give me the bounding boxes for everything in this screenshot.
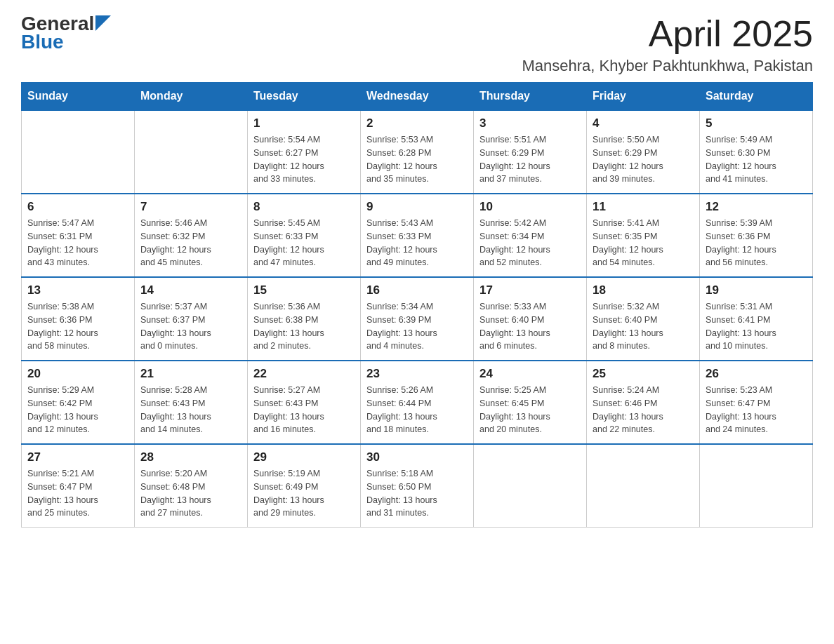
day-info: Sunrise: 5:45 AM Sunset: 6:33 PM Dayligh… (253, 217, 355, 269)
day-cell (474, 444, 587, 528)
day-cell: 16Sunrise: 5:34 AM Sunset: 6:39 PM Dayli… (361, 277, 474, 361)
day-cell: 12Sunrise: 5:39 AM Sunset: 6:36 PM Dayli… (700, 194, 813, 277)
day-cell: 17Sunrise: 5:33 AM Sunset: 6:40 PM Dayli… (474, 277, 587, 361)
logo-triangle-icon (95, 15, 111, 31)
day-cell: 19Sunrise: 5:31 AM Sunset: 6:41 PM Dayli… (700, 277, 813, 361)
day-number: 11 (593, 200, 694, 214)
weekday-header-row: SundayMondayTuesdayWednesdayThursdayFrid… (22, 83, 813, 111)
day-cell: 4Sunrise: 5:50 AM Sunset: 6:29 PM Daylig… (587, 110, 700, 194)
logo-blue-text: Blue (21, 32, 64, 52)
day-info: Sunrise: 5:43 AM Sunset: 6:33 PM Dayligh… (366, 217, 468, 269)
day-cell: 29Sunrise: 5:19 AM Sunset: 6:49 PM Dayli… (248, 444, 361, 528)
day-cell: 11Sunrise: 5:41 AM Sunset: 6:35 PM Dayli… (587, 194, 700, 277)
day-info: Sunrise: 5:25 AM Sunset: 6:45 PM Dayligh… (479, 384, 581, 436)
day-number: 26 (706, 367, 807, 381)
day-info: Sunrise: 5:53 AM Sunset: 6:28 PM Dayligh… (366, 133, 468, 186)
day-info: Sunrise: 5:39 AM Sunset: 6:36 PM Dayligh… (706, 217, 807, 269)
day-number: 13 (27, 283, 128, 297)
day-info: Sunrise: 5:29 AM Sunset: 6:42 PM Dayligh… (27, 384, 128, 436)
day-number: 22 (253, 367, 355, 381)
day-cell: 14Sunrise: 5:37 AM Sunset: 6:37 PM Dayli… (135, 277, 248, 361)
day-cell: 8Sunrise: 5:45 AM Sunset: 6:33 PM Daylig… (248, 194, 361, 277)
day-cell (135, 110, 248, 194)
day-info: Sunrise: 5:28 AM Sunset: 6:43 PM Dayligh… (140, 384, 241, 436)
day-cell: 2Sunrise: 5:53 AM Sunset: 6:28 PM Daylig… (361, 110, 474, 194)
day-cell: 21Sunrise: 5:28 AM Sunset: 6:43 PM Dayli… (135, 361, 248, 444)
day-cell: 7Sunrise: 5:46 AM Sunset: 6:32 PM Daylig… (135, 194, 248, 277)
weekday-header-saturday: Saturday (700, 83, 813, 111)
day-cell: 6Sunrise: 5:47 AM Sunset: 6:31 PM Daylig… (22, 194, 135, 277)
day-number: 19 (706, 283, 807, 297)
day-info: Sunrise: 5:20 AM Sunset: 6:48 PM Dayligh… (140, 467, 241, 520)
day-number: 14 (140, 283, 241, 297)
day-cell: 24Sunrise: 5:25 AM Sunset: 6:45 PM Dayli… (474, 361, 587, 444)
day-number: 1 (253, 116, 355, 130)
day-number: 27 (27, 450, 128, 464)
day-cell (587, 444, 700, 528)
week-row-2: 6Sunrise: 5:47 AM Sunset: 6:31 PM Daylig… (22, 194, 813, 277)
day-cell: 3Sunrise: 5:51 AM Sunset: 6:29 PM Daylig… (474, 110, 587, 194)
day-number: 10 (479, 200, 581, 214)
weekday-header-sunday: Sunday (22, 83, 135, 111)
calendar-table: SundayMondayTuesdayWednesdayThursdayFrid… (21, 82, 813, 528)
day-cell: 27Sunrise: 5:21 AM Sunset: 6:47 PM Dayli… (22, 444, 135, 528)
day-number: 16 (366, 283, 468, 297)
title-block: April 2025 Mansehra, Khyber Pakhtunkhwa,… (522, 14, 813, 75)
day-cell: 1Sunrise: 5:54 AM Sunset: 6:27 PM Daylig… (248, 110, 361, 194)
day-cell: 10Sunrise: 5:42 AM Sunset: 6:34 PM Dayli… (474, 194, 587, 277)
day-info: Sunrise: 5:41 AM Sunset: 6:35 PM Dayligh… (593, 217, 694, 269)
day-cell: 23Sunrise: 5:26 AM Sunset: 6:44 PM Dayli… (361, 361, 474, 444)
day-cell (22, 110, 135, 194)
day-cell: 5Sunrise: 5:49 AM Sunset: 6:30 PM Daylig… (700, 110, 813, 194)
day-info: Sunrise: 5:33 AM Sunset: 6:40 PM Dayligh… (479, 300, 581, 353)
day-info: Sunrise: 5:36 AM Sunset: 6:38 PM Dayligh… (253, 300, 355, 353)
day-cell: 18Sunrise: 5:32 AM Sunset: 6:40 PM Dayli… (587, 277, 700, 361)
day-info: Sunrise: 5:32 AM Sunset: 6:40 PM Dayligh… (593, 300, 694, 353)
page-header: General Blue April 2025 Mansehra, Khyber… (21, 14, 813, 75)
day-info: Sunrise: 5:18 AM Sunset: 6:50 PM Dayligh… (366, 467, 468, 520)
day-cell: 20Sunrise: 5:29 AM Sunset: 6:42 PM Dayli… (22, 361, 135, 444)
day-number: 8 (253, 200, 355, 214)
day-number: 23 (366, 367, 468, 381)
day-cell: 22Sunrise: 5:27 AM Sunset: 6:43 PM Dayli… (248, 361, 361, 444)
month-title: April 2025 (522, 14, 813, 54)
week-row-1: 1Sunrise: 5:54 AM Sunset: 6:27 PM Daylig… (22, 110, 813, 194)
day-number: 9 (366, 200, 468, 214)
day-info: Sunrise: 5:24 AM Sunset: 6:46 PM Dayligh… (593, 384, 694, 436)
day-info: Sunrise: 5:54 AM Sunset: 6:27 PM Dayligh… (253, 133, 355, 186)
day-info: Sunrise: 5:19 AM Sunset: 6:49 PM Dayligh… (253, 467, 355, 520)
day-number: 30 (366, 450, 468, 464)
day-info: Sunrise: 5:47 AM Sunset: 6:31 PM Dayligh… (27, 217, 128, 269)
day-number: 15 (253, 283, 355, 297)
day-info: Sunrise: 5:49 AM Sunset: 6:30 PM Dayligh… (706, 133, 807, 186)
weekday-header-tuesday: Tuesday (248, 83, 361, 111)
logo: General Blue (21, 14, 111, 52)
day-number: 29 (253, 450, 355, 464)
day-number: 28 (140, 450, 241, 464)
day-number: 12 (706, 200, 807, 214)
day-number: 25 (593, 367, 694, 381)
day-info: Sunrise: 5:23 AM Sunset: 6:47 PM Dayligh… (706, 384, 807, 436)
day-cell: 13Sunrise: 5:38 AM Sunset: 6:36 PM Dayli… (22, 277, 135, 361)
day-cell: 15Sunrise: 5:36 AM Sunset: 6:38 PM Dayli… (248, 277, 361, 361)
day-info: Sunrise: 5:42 AM Sunset: 6:34 PM Dayligh… (479, 217, 581, 269)
day-cell: 30Sunrise: 5:18 AM Sunset: 6:50 PM Dayli… (361, 444, 474, 528)
day-number: 18 (593, 283, 694, 297)
weekday-header-monday: Monday (135, 83, 248, 111)
day-cell (700, 444, 813, 528)
day-cell: 28Sunrise: 5:20 AM Sunset: 6:48 PM Dayli… (135, 444, 248, 528)
day-info: Sunrise: 5:31 AM Sunset: 6:41 PM Dayligh… (706, 300, 807, 353)
day-number: 6 (27, 200, 128, 214)
week-row-3: 13Sunrise: 5:38 AM Sunset: 6:36 PM Dayli… (22, 277, 813, 361)
day-info: Sunrise: 5:51 AM Sunset: 6:29 PM Dayligh… (479, 133, 581, 186)
day-number: 3 (479, 116, 581, 130)
svg-marker-0 (95, 15, 111, 31)
day-info: Sunrise: 5:37 AM Sunset: 6:37 PM Dayligh… (140, 300, 241, 353)
day-info: Sunrise: 5:21 AM Sunset: 6:47 PM Dayligh… (27, 467, 128, 520)
day-number: 7 (140, 200, 241, 214)
day-number: 2 (366, 116, 468, 130)
weekday-header-friday: Friday (587, 83, 700, 111)
day-cell: 25Sunrise: 5:24 AM Sunset: 6:46 PM Dayli… (587, 361, 700, 444)
day-info: Sunrise: 5:38 AM Sunset: 6:36 PM Dayligh… (27, 300, 128, 353)
day-info: Sunrise: 5:27 AM Sunset: 6:43 PM Dayligh… (253, 384, 355, 436)
